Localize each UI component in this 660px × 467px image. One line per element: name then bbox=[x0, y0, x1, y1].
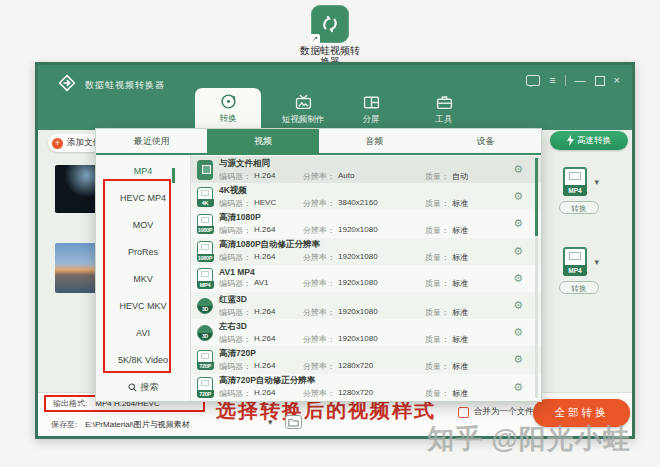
preset-row[interactable]: 4K 4K视频 编码器：HEVC 分辨率：3840x2160 质量：标准 bbox=[191, 183, 541, 210]
fast-convert-button[interactable]: 高速转换 bbox=[550, 131, 628, 150]
preset-row[interactable]: 与源文件相同 编码器：H.264 分辨率：Auto 质量：自动 ⚙ bbox=[191, 156, 541, 183]
category-label: AVI bbox=[136, 328, 150, 338]
tab-audio[interactable]: 音频 bbox=[319, 129, 430, 153]
gear-icon[interactable]: ⚙ bbox=[513, 272, 523, 285]
tab-split-screen[interactable]: 分屏 bbox=[342, 94, 400, 126]
save-path-value[interactable]: E:\PrMaterial\图片与视频素材 bbox=[85, 419, 189, 430]
format-panel-tabs: 最近使用 视频 音频 设备 bbox=[96, 129, 541, 155]
split-screen-icon bbox=[363, 94, 380, 111]
minimize-button[interactable]: — bbox=[575, 75, 586, 86]
format-badge-icon: 3D bbox=[197, 325, 213, 341]
file-output-widget-1: MP4 ▾ 转换 bbox=[559, 167, 599, 214]
format-badge-icon: 4K bbox=[197, 187, 213, 207]
menu-icon[interactable]: ≡ bbox=[549, 75, 555, 86]
category-label: 5K/8K Video bbox=[118, 355, 168, 365]
scrollbar-thumb[interactable] bbox=[535, 158, 538, 236]
scrollbar[interactable] bbox=[535, 158, 538, 398]
selected-category-indicator bbox=[172, 168, 175, 183]
merge-checkbox-group: 合并为一个文件 bbox=[458, 406, 534, 418]
format-category-item[interactable]: 5K/8K Video bbox=[96, 346, 190, 373]
resolution-value: 1920x1080 bbox=[338, 225, 378, 236]
tab-short-video-maker[interactable]: 短视频制作 bbox=[266, 94, 340, 126]
window-controls: ≡ — × bbox=[526, 75, 620, 86]
maximize-button[interactable] bbox=[595, 76, 605, 86]
preset-row[interactable]: 3D 红蓝3D 编码器：H.264 分辨率：1920x1080 质量：标准 bbox=[191, 292, 541, 319]
resolution-value: 1920x1080 bbox=[338, 307, 378, 318]
convert-file-button[interactable]: 转换 bbox=[559, 281, 599, 294]
preset-row[interactable]: 3D 左右3D 编码器：H.264 分辨率：1920x1080 质量：标准 bbox=[191, 319, 541, 346]
gear-icon[interactable]: ⚙ bbox=[513, 163, 523, 176]
format-category-item[interactable]: AVI bbox=[96, 319, 190, 346]
encoder-value: H.264 bbox=[254, 252, 275, 263]
chevron-down-icon[interactable]: ▾ bbox=[594, 257, 599, 267]
quality-value: 标准 bbox=[452, 252, 468, 263]
chevron-down-icon[interactable]: ▾ bbox=[268, 417, 273, 427]
tab-label: 转换 bbox=[220, 113, 237, 125]
resolution-value: 1920x1080 bbox=[338, 278, 378, 289]
output-format-selector[interactable]: MP4 bbox=[563, 167, 587, 196]
tab-device[interactable]: 设备 bbox=[430, 129, 541, 153]
video-thumbnail-1[interactable] bbox=[55, 165, 97, 213]
format-badge-icon: MP4 bbox=[197, 268, 213, 288]
tab-video[interactable]: 视频 bbox=[207, 129, 318, 153]
resolution-value: 1280x720 bbox=[338, 388, 373, 399]
format-category-item[interactable]: ProRes bbox=[96, 238, 190, 265]
watermark: 知乎 @阳光小蛙 bbox=[427, 421, 631, 457]
merge-checkbox[interactable] bbox=[458, 407, 469, 418]
preset-name: 4K视频 bbox=[219, 185, 507, 197]
gear-icon[interactable]: ⚙ bbox=[513, 217, 523, 230]
encoder-value: H.264 bbox=[254, 388, 275, 399]
preset-row[interactable]: 720P 高清720P自动修正分辨率 编码器：H.264 分辨率：1280x72… bbox=[191, 374, 541, 401]
gear-icon[interactable]: ⚙ bbox=[513, 353, 523, 366]
quality-value: 标准 bbox=[452, 307, 468, 318]
divider bbox=[565, 75, 566, 86]
browse-folder-button[interactable] bbox=[285, 415, 302, 429]
resolution-value: 3840x2160 bbox=[338, 198, 378, 209]
preset-row[interactable]: 720P 高清720P 编码器：H.264 分辨率：1280x720 质量：标准 bbox=[191, 346, 541, 373]
close-button[interactable]: × bbox=[614, 75, 620, 86]
tab-recently-used[interactable]: 最近使用 bbox=[96, 129, 207, 153]
convert-file-button[interactable]: 转换 bbox=[559, 201, 599, 214]
gear-icon[interactable]: ⚙ bbox=[513, 299, 523, 312]
desktop-shortcut[interactable]: ↗ bbox=[311, 5, 349, 43]
preset-name: AV1 MP4 bbox=[219, 267, 507, 277]
tab-tools[interactable]: 工具 bbox=[414, 94, 474, 126]
fast-convert-label: 高速转换 bbox=[577, 135, 611, 147]
save-to-label: 保存至: bbox=[51, 419, 77, 430]
gear-icon[interactable]: ⚙ bbox=[513, 245, 523, 258]
category-label: HEVC MKV bbox=[119, 301, 166, 311]
encoder-value: H.264 bbox=[254, 307, 275, 318]
app-logo-icon bbox=[57, 73, 77, 93]
app-logo-icon bbox=[318, 12, 342, 36]
preset-row[interactable]: 1080P 高清1080P自动修正分辨率 编码器：H.264 分辨率：1920x… bbox=[191, 238, 541, 265]
format-category-item[interactable]: HEVC MP4 bbox=[96, 184, 190, 211]
preset-row[interactable]: MP4 AV1 MP4 编码器：AV1 分辨率：1920x1080 质量：标准 bbox=[191, 265, 541, 292]
output-format-selector[interactable]: MP4 bbox=[563, 247, 587, 276]
toolbox-icon bbox=[436, 94, 453, 111]
format-badge-icon: 3D bbox=[197, 298, 213, 314]
encoder-value: H.264 bbox=[254, 334, 275, 345]
preset-name: 左右3D bbox=[219, 321, 507, 333]
chevron-down-icon[interactable]: ▾ bbox=[594, 177, 599, 187]
video-thumbnail-2[interactable] bbox=[55, 243, 97, 293]
merge-checkbox-label: 合并为一个文件 bbox=[474, 406, 534, 418]
preset-row[interactable]: 1080P 高清1080P 编码器：H.264 分辨率：1920x1080 质量… bbox=[191, 210, 541, 237]
gear-icon[interactable]: ⚙ bbox=[513, 190, 523, 203]
gear-icon[interactable]: ⚙ bbox=[513, 326, 523, 339]
preset-name: 高清1080P bbox=[219, 212, 507, 224]
lightning-icon bbox=[567, 135, 574, 146]
search-button[interactable]: 搜索 bbox=[96, 381, 190, 394]
preset-name: 红蓝3D bbox=[219, 294, 507, 306]
convert-icon bbox=[220, 93, 237, 110]
resolution-value: 1280x720 bbox=[338, 361, 373, 372]
format-category-item[interactable]: MOV bbox=[96, 211, 190, 238]
format-category-item[interactable]: MP4 bbox=[96, 157, 190, 184]
tab-convert[interactable]: 转换 bbox=[195, 88, 261, 130]
feedback-icon[interactable] bbox=[526, 75, 540, 86]
quality-value: 标准 bbox=[452, 334, 468, 345]
preset-name: 与源文件相同 bbox=[219, 158, 507, 170]
gear-icon[interactable]: ⚙ bbox=[513, 381, 523, 394]
preset-list: 与源文件相同 编码器：H.264 分辨率：Auto 质量：自动 ⚙ bbox=[191, 155, 541, 401]
format-category-item[interactable]: HEVC MKV bbox=[96, 292, 190, 319]
format-category-item[interactable]: MKV bbox=[96, 265, 190, 292]
